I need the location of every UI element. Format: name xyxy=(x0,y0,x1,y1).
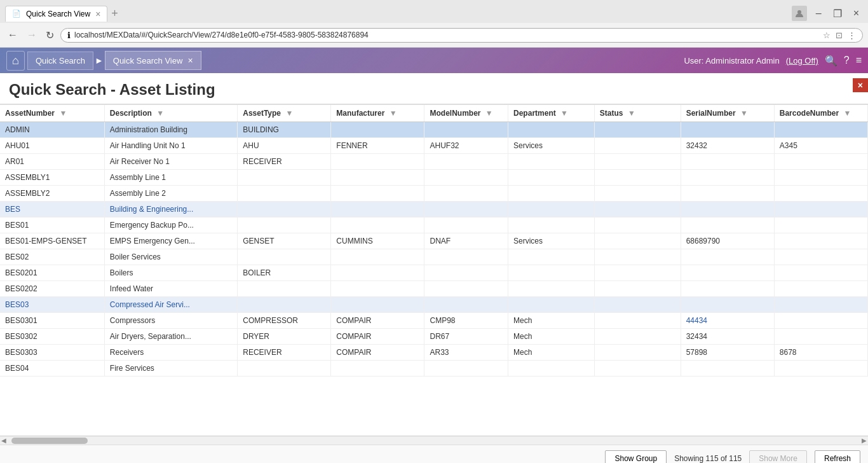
cell-serialnumber xyxy=(681,202,774,218)
menu-icon[interactable]: ≡ xyxy=(856,55,862,66)
breadcrumb-item-0[interactable]: Quick Search xyxy=(27,52,93,70)
cell-barcodenumber xyxy=(774,313,867,329)
table-row[interactable]: BES0303ReceiversRECEIVERCOMPAIRAR33Mech5… xyxy=(0,345,868,361)
window-controls: – ❐ × xyxy=(812,6,863,21)
cell-barcodenumber xyxy=(774,202,867,218)
cell-modelnumber xyxy=(424,154,508,170)
breadcrumb-close-btn[interactable]: × xyxy=(187,55,193,66)
cell-assetnumber: BES02 xyxy=(0,249,104,265)
cell-description: Boilers xyxy=(104,265,237,281)
tab-close-btn[interactable]: × xyxy=(95,9,100,19)
col-header-status[interactable]: Status ▼ xyxy=(594,105,681,122)
cell-barcodenumber xyxy=(774,281,867,297)
cell-department: Services xyxy=(508,233,595,249)
cell-status xyxy=(594,265,681,281)
maximize-button[interactable]: ❐ xyxy=(829,6,846,21)
cell-serialnumber xyxy=(681,170,774,186)
cell-modelnumber xyxy=(424,249,508,265)
refresh-button[interactable]: Refresh xyxy=(815,450,860,464)
url-icons: ☆ ⊡ ⋮ xyxy=(823,31,856,40)
url-bar[interactable]: ℹ localhost/MEXData/#/QuickSearch/View/2… xyxy=(60,28,863,43)
app-nav: ⌂ Quick Search ► Quick Search View × Use… xyxy=(0,48,868,73)
table-row[interactable]: AR01Air Receiver No 1RECEIVER xyxy=(0,154,868,170)
back-button[interactable]: ← xyxy=(5,28,20,42)
table-row[interactable]: BESBuilding & Engineering... xyxy=(0,202,868,218)
cell-status xyxy=(594,170,681,186)
cell-assettype: GENSET xyxy=(238,233,331,249)
page-header: Quick Search - Asset Listing × xyxy=(0,73,868,105)
col-header-description[interactable]: Description ▼ xyxy=(104,105,237,122)
cell-department xyxy=(508,218,595,233)
address-bar: ← → ↻ ℹ localhost/MEXData/#/QuickSearch/… xyxy=(0,23,868,47)
breadcrumb-link-quick-search[interactable]: Quick Search xyxy=(27,52,93,70)
cell-barcodenumber xyxy=(774,329,867,345)
cell-barcodenumber xyxy=(774,218,867,233)
table-row[interactable]: BES01Emergency Backup Po... xyxy=(0,218,868,233)
browser-tab[interactable]: 📄 Quick Search View × xyxy=(5,6,107,22)
cell-modelnumber xyxy=(424,218,508,233)
cell-status xyxy=(594,345,681,361)
search-icon[interactable]: 🔍 xyxy=(825,55,837,67)
table-row[interactable]: AHU01Air Handling Unit No 1AHUFENNERAHUF… xyxy=(0,138,868,154)
col-header-asset-type[interactable]: AssetType ▼ xyxy=(238,105,331,122)
reload-button[interactable]: ↻ xyxy=(43,28,57,43)
cell-assettype: AHU xyxy=(238,138,331,154)
table-row[interactable]: BES0202Infeed Water xyxy=(0,281,868,297)
breadcrumb-item-1[interactable]: Quick Search View × xyxy=(105,51,201,70)
cell-department: Mech xyxy=(508,345,595,361)
home-button[interactable]: ⌂ xyxy=(6,51,25,71)
show-group-button[interactable]: Show Group xyxy=(605,450,667,464)
cell-assetnumber: BES0202 xyxy=(0,281,104,297)
cell-description: Administration Building xyxy=(104,122,237,138)
cell-serialnumber: 57898 xyxy=(681,345,774,361)
cell-description: EMPS Emergency Gen... xyxy=(104,233,237,249)
cell-status xyxy=(594,218,681,233)
col-header-manufacturer[interactable]: Manufacturer ▼ xyxy=(331,105,424,122)
cell-serialnumber xyxy=(681,218,774,233)
cell-barcodenumber xyxy=(774,249,867,265)
cell-manufacturer: CUMMINS xyxy=(331,233,424,249)
col-header-barcode-number[interactable]: BarcodeNumber ▼ xyxy=(774,105,867,122)
cell-assettype: BUILDING xyxy=(238,122,331,138)
minimize-button[interactable]: – xyxy=(812,6,825,20)
page-close-button[interactable]: × xyxy=(853,78,868,92)
table-row[interactable]: BES0301CompressorsCOMPRESSORCOMPAIRCMP98… xyxy=(0,313,868,329)
help-icon[interactable]: ? xyxy=(844,55,850,66)
table-container[interactable]: AssetNumber ▼ Description ▼ AssetType ▼ … xyxy=(0,105,868,436)
table-row[interactable]: ADMINAdministration BuildingBUILDING xyxy=(0,122,868,138)
scrollbar-thumb[interactable] xyxy=(11,438,88,444)
new-tab-button[interactable]: + xyxy=(107,7,122,20)
scroll-left-arrow[interactable]: ◀ xyxy=(1,437,6,444)
table-row[interactable]: BES04Fire Services xyxy=(0,361,868,377)
col-header-serial-number[interactable]: SerialNumber ▼ xyxy=(681,105,774,122)
col-header-department[interactable]: Department ▼ xyxy=(508,105,595,122)
cell-description: Compressors xyxy=(104,313,237,329)
cell-description: Emergency Backup Po... xyxy=(104,218,237,233)
close-window-button[interactable]: × xyxy=(850,6,863,20)
cell-modelnumber: AHUF32 xyxy=(424,138,508,154)
cell-department: Mech xyxy=(508,313,595,329)
cell-barcodenumber xyxy=(774,233,867,249)
bookmark-icon[interactable]: ☆ xyxy=(823,31,831,40)
sort-icon-desc: ▼ xyxy=(156,109,164,118)
table-row[interactable]: BES0201BoilersBOILER xyxy=(0,265,868,281)
extensions-icon[interactable]: ⊡ xyxy=(836,31,843,40)
logoff-link[interactable]: (Log Off) xyxy=(786,56,818,66)
table-row[interactable]: ASSEMBLY1Assembly Line 1 xyxy=(0,170,868,186)
horizontal-scrollbar[interactable]: ◀ ▶ xyxy=(0,436,868,445)
scroll-right-arrow[interactable]: ▶ xyxy=(862,437,867,444)
cell-assetnumber: BES xyxy=(0,202,104,218)
col-header-model-number[interactable]: ModelNumber ▼ xyxy=(424,105,508,122)
table-row[interactable]: ASSEMBLY2Assembly Line 2 xyxy=(0,186,868,202)
table-row[interactable]: BES01-EMPS-GENSETEMPS Emergency Gen...GE… xyxy=(0,233,868,249)
table-row[interactable]: BES02Boiler Services xyxy=(0,249,868,265)
col-header-asset-number[interactable]: AssetNumber ▼ xyxy=(0,105,104,122)
table-row[interactable]: BES03Compressed Air Servi... xyxy=(0,297,868,313)
cell-assettype: RECEIVER xyxy=(238,345,331,361)
cell-assettype xyxy=(238,281,331,297)
forward-button[interactable]: → xyxy=(24,28,39,42)
cell-department xyxy=(508,154,595,170)
menu-dots-icon[interactable]: ⋮ xyxy=(848,31,856,40)
cell-description: Fire Services xyxy=(104,361,237,377)
table-row[interactable]: BES0302Air Dryers, Separation...DRYERCOM… xyxy=(0,329,868,345)
